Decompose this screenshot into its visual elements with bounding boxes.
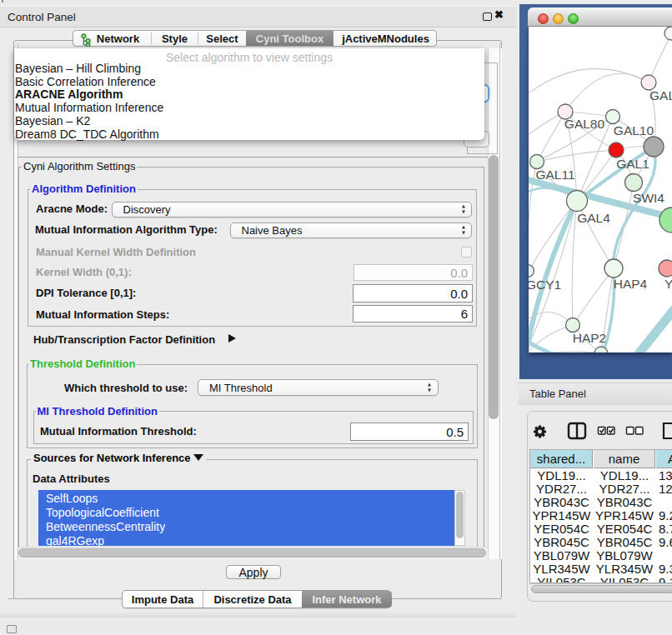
- svg-text:SWI4: SWI4: [633, 191, 664, 205]
- svg-text:GAL80: GAL80: [564, 117, 605, 131]
- svg-text:GAL10: GAL10: [614, 123, 654, 138]
- svg-text:HAP2: HAP2: [573, 331, 607, 345]
- svg-text:GAL4: GAL4: [577, 211, 610, 225]
- svg-text:GAL1: GAL1: [616, 157, 649, 171]
- svg-text:GAL11: GAL11: [535, 168, 574, 182]
- svg-text:YM: YM: [664, 277, 672, 291]
- svg-text:HAP4: HAP4: [614, 277, 648, 291]
- svg-text:GAL7: GAL7: [649, 88, 672, 102]
- svg-text:GCY1: GCY1: [529, 278, 561, 292]
